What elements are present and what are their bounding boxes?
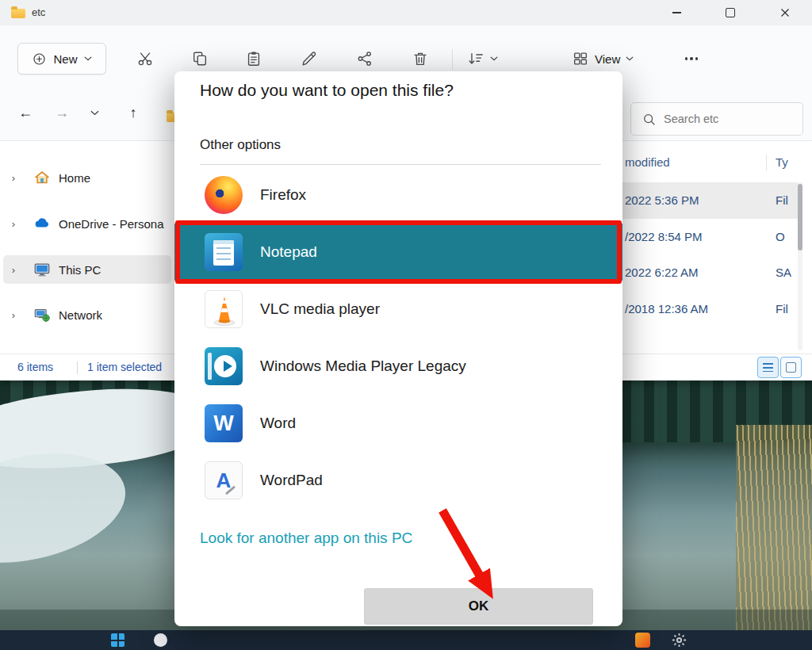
taskbar [0,630,812,650]
rename-icon [301,50,318,67]
sidebar-item-label: OneDrive - Persona [59,217,164,231]
delete-button[interactable] [404,43,436,75]
column-divider[interactable] [766,155,767,170]
app-options-list: Firefox Notepad VLC media player Windows… [174,166,622,509]
file-date-modified: /2018 12:36 AM [625,291,708,327]
word-letter: W [213,411,233,436]
ellipsis-icon [685,57,699,60]
search-icon [642,113,656,126]
dialog-title: How do you want to open this file? [200,81,454,100]
minimize-button[interactable] [659,0,694,25]
scrollbar-thumb[interactable] [798,184,802,250]
file-type: O [776,219,785,255]
app-option-label: Firefox [260,186,306,204]
sort-icon [467,50,485,67]
sidebar-item-label: This PC [59,263,101,277]
onedrive-cloud-icon [33,215,51,232]
selection-count: 1 item selected [87,354,162,380]
taskbar-app-circle-icon[interactable] [154,633,167,647]
photos-app-icon[interactable] [635,633,650,648]
search-box [630,102,803,136]
close-button[interactable] [768,0,802,25]
sidebar-item-onedrive[interactable]: › OneDrive - Persona [3,209,171,238]
app-option-label: Windows Media Player Legacy [260,358,466,375]
file-date-modified: 2022 6:22 AM [625,254,699,291]
dialog-divider [200,164,601,165]
paste-button[interactable] [238,43,270,75]
new-button-label: New [53,52,77,66]
chevron-expand-icon[interactable]: › [3,264,24,276]
status-divider [77,361,78,374]
column-header-type[interactable]: Ty [776,152,788,173]
windows-media-player-icon [205,347,243,385]
new-button[interactable]: New [17,43,106,75]
word-icon: W [205,404,243,442]
windows-start-button[interactable] [111,633,124,647]
maximize-icon [726,8,735,17]
app-option-label: Notepad [260,243,317,261]
chevron-expand-icon[interactable]: › [3,309,24,321]
file-date-modified: /2022 8:54 PM [625,219,703,255]
details-view-button[interactable] [757,357,779,378]
app-option-wmp-legacy[interactable]: Windows Media Player Legacy [174,338,622,395]
ok-button[interactable]: OK [364,588,593,625]
desktop: etc New [0,0,812,650]
view-button-label: View [595,52,620,66]
up-button[interactable]: ↑ [119,98,147,127]
minimize-icon [672,12,681,13]
home-icon [33,169,51,186]
view-grid-icon [572,50,589,67]
more-options-button[interactable] [674,43,709,75]
settings-gear-icon[interactable] [672,633,687,648]
title-bar: etc [0,0,812,25]
look-for-another-app-link[interactable]: Look for another app on this PC [200,530,412,547]
app-option-vlc[interactable]: VLC media player [174,281,622,338]
sidebar-item-home[interactable]: › Home [3,163,171,192]
sidebar-item-network[interactable]: › Network [3,300,171,329]
window-title: etc [32,0,45,25]
file-type: SA [776,254,791,291]
forward-button[interactable]: → [48,98,76,127]
icons-view-button[interactable] [780,357,802,378]
wordpad-icon: A [205,461,243,499]
app-option-word[interactable]: W Word [174,395,622,452]
app-option-notepad[interactable]: Notepad [174,224,622,281]
sidebar-item-label: Network [59,308,102,322]
notepad-icon [205,233,243,271]
app-option-label: WordPad [260,472,323,489]
chevron-down-icon [84,56,92,61]
file-type: Fil [776,291,788,327]
chevron-expand-icon[interactable]: › [3,172,24,184]
network-icon [33,306,51,323]
this-pc-icon [33,261,51,278]
sidebar: › Home › OneDrive - Persona › This PC [0,141,176,354]
other-options-label: Other options [200,137,281,153]
back-button[interactable]: ← [11,98,40,127]
app-option-wordpad[interactable]: A WordPad [174,452,622,509]
copy-icon [191,50,209,67]
wallpaper-reeds [736,425,812,630]
toolbar-divider [452,49,453,70]
paste-icon [245,50,262,67]
details-view-icon [763,363,773,373]
items-count: 6 items [17,354,53,380]
cut-button[interactable] [129,43,161,75]
share-icon [356,50,373,67]
rename-button[interactable] [293,43,325,75]
view-button[interactable]: View [565,43,641,75]
app-option-firefox[interactable]: Firefox [174,166,622,224]
sidebar-item-this-pc[interactable]: › This PC [3,255,171,284]
copy-button[interactable] [184,43,216,75]
maximize-button[interactable] [713,0,748,25]
chevron-down-icon [90,110,99,116]
column-header-modified[interactable]: modified [625,152,670,173]
sort-button[interactable] [460,43,505,75]
cut-icon [136,50,154,67]
firefox-icon [205,176,243,214]
share-button[interactable] [349,43,381,75]
chevron-down-icon [626,56,634,61]
chevron-expand-icon[interactable]: › [3,218,24,230]
plus-circle-icon [32,52,47,67]
search-input[interactable] [656,113,802,125]
recent-locations-button[interactable] [82,98,106,127]
